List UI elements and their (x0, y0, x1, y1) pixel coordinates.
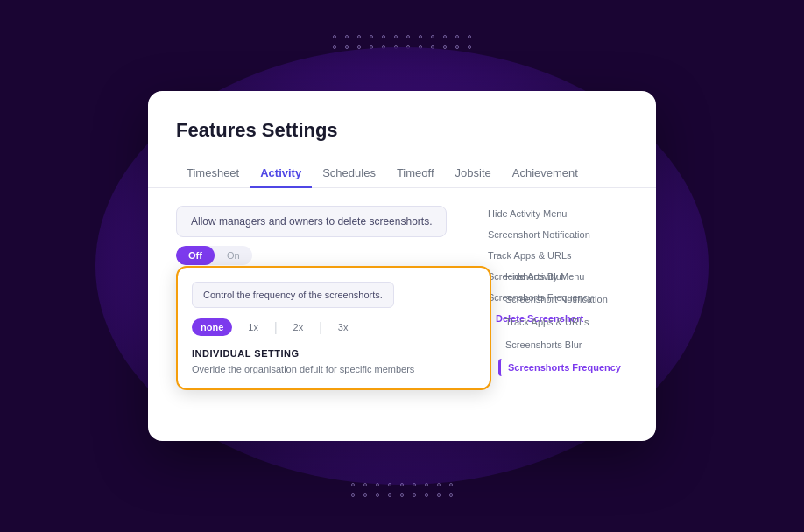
tab-achievement[interactable]: Achievement (502, 159, 589, 188)
popup-nav-blur[interactable]: Screenshorts Blur (498, 336, 643, 354)
tab-timeoff[interactable]: Timeoff (386, 159, 445, 188)
freq-separator-1: | (274, 320, 278, 334)
tab-activity[interactable]: Activity (250, 159, 312, 188)
freq-1x-button[interactable]: 1x (239, 318, 267, 336)
toggle-description: Allow managers and owners to delete scre… (176, 206, 447, 237)
popup-nav-notification[interactable]: Screenshort Notification (498, 290, 643, 308)
toggle-section: Allow managers and owners to delete scre… (176, 206, 470, 265)
popup-nav-hide-activity[interactable]: Hide Activity Menu (498, 268, 643, 285)
freq-3x-button[interactable]: 3x (329, 318, 357, 336)
popup-nav-frequency[interactable]: Screenshorts Frequency (498, 359, 643, 376)
toggle-switch[interactable]: Off On (176, 246, 252, 265)
sidebar-item-track-apps[interactable]: Track Apps & URLs (488, 248, 628, 263)
freq-separator-2: | (319, 320, 322, 334)
popup-nav-track-apps[interactable]: Track Apps & URLs (498, 313, 643, 331)
popup-section-title: INDIVIDUAL SETTING (192, 348, 476, 359)
sidebar-item-hide-activity[interactable]: Hide Activity Menu (488, 206, 628, 221)
freq-none-button[interactable]: none (192, 318, 232, 336)
features-settings-card: Features Settings Timesheet Activity Sch… (148, 91, 656, 441)
freq-2x-button[interactable]: 2x (285, 318, 313, 336)
popup-section-desc: Overide the organisation defult for spec… (192, 364, 476, 374)
tab-jobsite[interactable]: Jobsite (445, 159, 502, 188)
toggle-on-label[interactable]: On (215, 246, 252, 265)
page-title: Features Settings (148, 119, 656, 142)
popup-nav: Hide Activity Menu Screenshort Notificat… (498, 268, 643, 376)
toggle-row: Off On (176, 246, 470, 265)
tab-schedules[interactable]: Schedules (312, 159, 386, 188)
frequency-popup: Control the frequency of the screenshort… (176, 266, 491, 390)
tabs-bar: Timesheet Activity Schedules Timeoff Job… (148, 159, 656, 188)
popup-description: Control the frequency of the screenshort… (192, 282, 394, 308)
frequency-options: none 1x | 2x | 3x (192, 318, 476, 336)
dots-bottom (351, 483, 453, 497)
tab-timesheet[interactable]: Timesheet (176, 159, 250, 188)
sidebar-item-notification[interactable]: Screenshort Notification (488, 227, 628, 242)
toggle-off-label[interactable]: Off (176, 246, 215, 265)
